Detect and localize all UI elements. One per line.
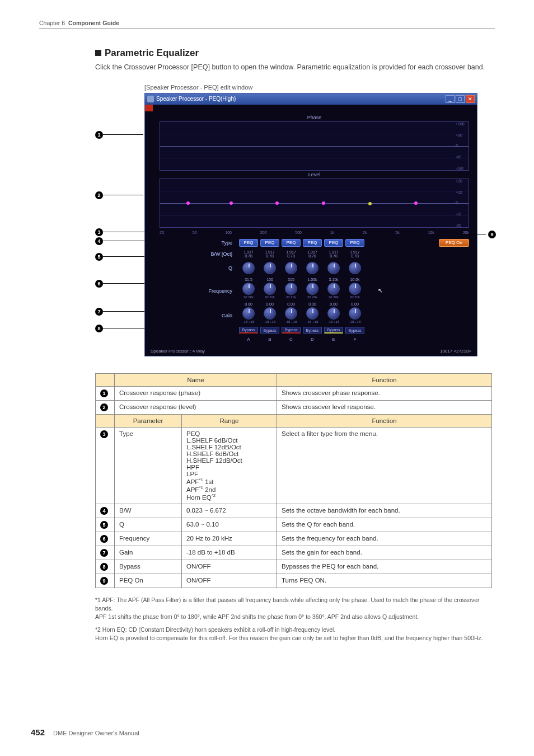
cell-fn: Sets the gain for each band. xyxy=(277,546,492,560)
page-footer: 452 DME Designer Owner's Manual xyxy=(31,727,139,737)
q-knob[interactable] xyxy=(306,262,318,274)
bypass-button[interactable]: Bypass xyxy=(239,327,258,334)
row-label-bw: B/W [Oct] xyxy=(153,251,237,257)
bw-row: B/W [Oct] 1.9170.78 1.9170.78 1.9170.78 … xyxy=(153,250,469,259)
row-label-gain: Gain xyxy=(153,313,237,318)
gain-knob[interactable] xyxy=(349,307,361,320)
bw-value[interactable]: 1.9170.78 xyxy=(260,250,279,259)
footnotes: *1 APF: The APF (All Pass Filter) is a f… xyxy=(95,596,492,643)
graph-level-label: Level xyxy=(160,172,469,177)
type-select[interactable]: PEQ xyxy=(260,239,279,247)
page-header: Chapter 6 Component Guide xyxy=(39,20,119,26)
gain-value[interactable]: 0.00 xyxy=(239,302,258,306)
frequency-knob[interactable] xyxy=(242,283,255,295)
section-lead: Click the Crossover Processor [PEQ] butt… xyxy=(95,62,492,73)
gain-knob[interactable] xyxy=(306,307,318,320)
bypass-button[interactable]: Bypass xyxy=(260,327,279,334)
cell-fn: Turns PEQ ON. xyxy=(277,574,492,588)
band-marker[interactable] xyxy=(414,201,418,205)
q-knob[interactable] xyxy=(349,262,361,274)
bw-value[interactable]: 1.9170.78 xyxy=(282,250,301,259)
frequency-knob[interactable] xyxy=(306,283,318,295)
bypass-button[interactable]: Bypass xyxy=(324,327,343,334)
band-marker[interactable] xyxy=(275,201,279,205)
cell-param: Frequency xyxy=(115,532,182,546)
th-function: Function xyxy=(277,374,492,387)
freq-value[interactable]: 100 xyxy=(260,278,279,281)
level-graph[interactable] xyxy=(160,179,469,228)
type-select[interactable]: PEQ xyxy=(324,239,343,247)
gain-knob[interactable] xyxy=(285,307,297,320)
gain-knob[interactable] xyxy=(327,307,340,320)
bypass-button[interactable]: Bypass xyxy=(303,327,322,334)
type-select[interactable]: PEQ xyxy=(282,239,301,247)
snapshot-tab[interactable] xyxy=(145,105,153,111)
frequency-knob[interactable] xyxy=(349,283,361,295)
freq-value[interactable]: 31.5 xyxy=(239,278,258,281)
band-marker[interactable] xyxy=(368,202,372,205)
callout-num: 9 xyxy=(488,231,496,238)
phase-graph[interactable] xyxy=(160,121,469,171)
row-marker: 4 xyxy=(100,507,108,515)
frequency-knob[interactable] xyxy=(327,283,340,295)
type-select[interactable]: PEQ xyxy=(303,239,322,247)
bypass-button[interactable]: Bypass xyxy=(345,327,364,334)
table-row: 4 B/W 0.023 ~ 6.672 Sets the octave band… xyxy=(96,504,492,518)
gain-knob[interactable] xyxy=(242,307,255,320)
bypass-button[interactable]: Bypass xyxy=(282,327,301,334)
cell-range: 0.023 ~ 6.672 xyxy=(182,504,277,518)
gain-value[interactable]: 0.00 xyxy=(303,302,322,306)
gain-value[interactable]: 0.00 xyxy=(345,302,364,306)
cell-range: ON/OFF xyxy=(182,574,277,588)
graph-phase-label: Phase xyxy=(160,115,469,120)
screenshot-figure: 1 2 3 4 5 6 7 8 Speaker Processor - PEQ(… xyxy=(95,93,492,356)
row-marker: 1 xyxy=(100,389,108,397)
cell-fn: Shows crossover level response. xyxy=(277,401,492,415)
row-label-type: Type xyxy=(153,240,237,246)
freq-value[interactable]: 315 xyxy=(282,278,301,281)
freq-value[interactable]: 10.0k xyxy=(345,278,364,281)
chapter-title: Component Guide xyxy=(68,20,119,26)
q-knob[interactable] xyxy=(242,262,255,274)
gain-knob[interactable] xyxy=(264,307,276,320)
q-knob[interactable] xyxy=(264,262,276,274)
mouse-cursor-icon: ↖ xyxy=(378,287,383,294)
maximize-button[interactable]: □ xyxy=(456,95,465,103)
minimize-button[interactable]: _ xyxy=(446,95,455,103)
bw-value[interactable]: 1.9170.78 xyxy=(345,250,364,259)
table-row: 2 Crossover response (level) Shows cross… xyxy=(96,401,492,415)
close-button[interactable]: ✕ xyxy=(466,95,475,103)
q-knob[interactable] xyxy=(327,262,340,274)
page-number: 452 xyxy=(31,727,45,737)
bw-value[interactable]: 1.9170.78 xyxy=(239,250,258,259)
bw-value[interactable]: 1.9170.78 xyxy=(303,250,322,259)
gain-value[interactable]: 0.00 xyxy=(324,302,343,306)
band-label: D xyxy=(303,337,322,342)
row-marker: 7 xyxy=(100,549,108,557)
band-marker[interactable] xyxy=(229,201,233,205)
type-select[interactable]: PEQ xyxy=(239,239,258,247)
bw-value[interactable]: 1.9170.78 xyxy=(324,250,343,259)
row-marker: 2 xyxy=(100,403,108,411)
freq-value[interactable]: 3.15k xyxy=(324,278,343,281)
peq-on-button[interactable]: PEQ On xyxy=(439,239,469,247)
window-titlebar[interactable]: Speaker Processor - PEQ(High) _ □ ✕ xyxy=(145,93,477,105)
band-marker[interactable] xyxy=(322,201,325,205)
row-marker: 6 xyxy=(100,535,108,543)
table-row: 7 Gain -18 dB to +18 dB Sets the gain fo… xyxy=(96,546,492,560)
band-label: A xyxy=(239,337,258,342)
frequency-knob[interactable] xyxy=(285,283,297,295)
parameter-table: Name Function 1 Crossover response (phas… xyxy=(95,373,492,588)
window-app-icon xyxy=(147,96,154,102)
cell-fn: Sets the Q for each band. xyxy=(277,518,492,532)
freq-value[interactable]: 1.00k xyxy=(303,278,322,281)
gain-value[interactable]: 0.00 xyxy=(282,302,301,306)
type-select[interactable]: PEQ xyxy=(345,239,364,247)
cell-fn: Select a filter type from the menu. xyxy=(277,428,492,504)
band-marker[interactable] xyxy=(186,201,190,205)
q-knob[interactable] xyxy=(285,262,297,274)
freq-value-row: 31.5 100 315 1.00k 3.15k 10.0k xyxy=(153,278,469,281)
cell-param: Gain xyxy=(115,546,182,560)
frequency-knob[interactable] xyxy=(264,283,276,295)
gain-value[interactable]: 0.00 xyxy=(260,302,279,306)
